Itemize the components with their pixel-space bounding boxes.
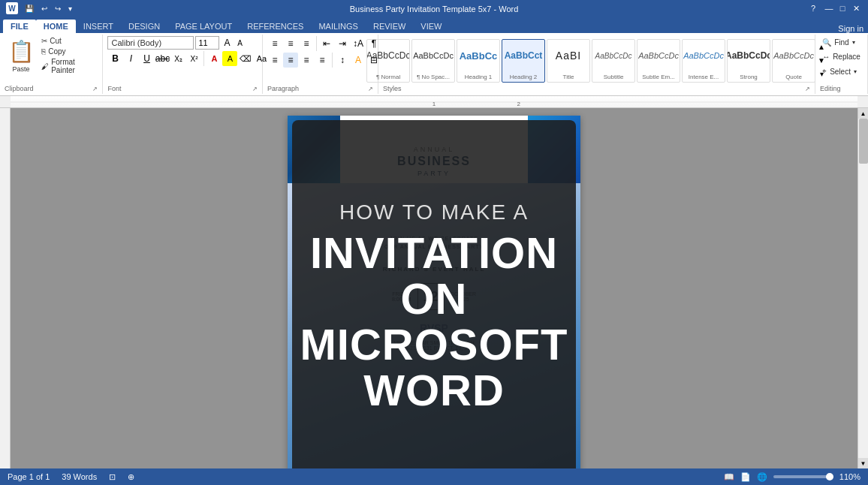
copy-button[interactable]: ⎘ Copy <box>39 47 98 56</box>
align-left-btn[interactable]: ≡ <box>267 53 282 68</box>
tab-home[interactable]: HOME <box>36 20 76 33</box>
ruler-left-side <box>0 96 11 107</box>
underline-button[interactable]: U <box>139 51 154 66</box>
scroll-track[interactable] <box>858 119 869 458</box>
horizontal-ruler: 1 2 <box>11 96 857 107</box>
clear-format-btn[interactable]: ⌫ <box>238 51 253 66</box>
style-no-spacing[interactable]: AaBbCcDc ¶ No Spac... <box>411 39 455 83</box>
format-painter-icon: 🖌 <box>41 62 49 71</box>
style-quote[interactable]: AaBbCcDc Quote <box>772 39 815 83</box>
customize-quick-btn[interactable]: ▾ <box>66 4 74 14</box>
paste-button[interactable]: 📋 Paste <box>5 36 38 76</box>
title-bar-left: W 💾 ↩ ↪ ▾ <box>6 2 74 14</box>
style-title[interactable]: AaBI Title <box>547 39 590 83</box>
clipboard-label-row: Clipboard ↗ <box>5 85 98 92</box>
align-center-btn[interactable]: ≡ <box>283 53 298 68</box>
shading-btn[interactable]: A <box>351 53 366 68</box>
find-button[interactable]: 🔍 Find ▾ <box>818 36 858 49</box>
undo-quick-btn[interactable]: ↩ <box>39 4 50 14</box>
highlight-btn[interactable]: A <box>222 51 237 66</box>
multilevel-btn[interactable]: ≡ <box>299 36 314 51</box>
numbering-btn[interactable]: ≡ <box>283 36 298 51</box>
clipboard-group: 📋 Paste ✂ Cut ⎘ Copy 🖌 Format Painter C <box>0 35 103 94</box>
text-color-btn[interactable]: A <box>206 51 222 66</box>
style-subtitle[interactable]: AaBbCcDc Subtitle <box>592 39 635 83</box>
select-icon: ⌖ <box>822 67 827 76</box>
bullets-btn[interactable]: ≡ <box>267 36 282 51</box>
editing-group: 🔍 Find ▾ ↔ Replace ⌖ Select ▾ Editing <box>815 35 868 94</box>
style-strong[interactable]: AaBbCcDc Strong <box>727 39 770 83</box>
scroll-thumb[interactable] <box>859 119 868 164</box>
zoom-level[interactable]: 110% <box>839 472 860 481</box>
tab-design[interactable]: DESIGN <box>121 20 167 33</box>
tutorial-overlay: HOW TO MAKE A INVITATION ON MICROSOFT WO… <box>292 120 576 468</box>
web-layout-btn[interactable]: 🌐 <box>757 472 767 482</box>
zoom-slider[interactable] <box>773 475 833 478</box>
align-right-btn[interactable]: ≡ <box>299 53 314 68</box>
strikethrough-button[interactable]: abc <box>155 51 170 66</box>
italic-button[interactable]: I <box>123 51 138 66</box>
copy-icon: ⎘ <box>41 47 46 56</box>
macro-icon[interactable]: ⊕ <box>128 472 134 482</box>
font-format-row: B I U abc X₂ X² A A ⌫ Aa <box>107 51 269 66</box>
ribbon-content: 📋 Paste ✂ Cut ⎘ Copy 🖌 Format Painter C <box>0 33 868 96</box>
clipboard-small-btns: ✂ Cut ⎘ Copy 🖌 Format Painter <box>39 36 98 75</box>
tab-insert[interactable]: INSERT <box>76 20 121 33</box>
overlay-subtitle: HOW TO MAKE A <box>339 200 529 224</box>
superscript-button[interactable]: X² <box>186 51 201 66</box>
word-app-icon: W <box>6 2 18 14</box>
font-shrink-btn[interactable]: A <box>234 37 246 49</box>
tab-file[interactable]: FILE <box>3 20 36 33</box>
sign-in-btn[interactable]: Sign in <box>838 24 863 33</box>
title-bar: W 💾 ↩ ↪ ▾ Business Party Invitation Temp… <box>0 0 868 17</box>
style-subtle-em[interactable]: AaBbCcDc Subtle Em... <box>637 39 680 83</box>
document-page: ANNUAL BUSINESS PARTY JOIN US AS WE CELE… <box>288 116 580 468</box>
clipboard-expand-btn[interactable]: ↗ <box>92 86 98 92</box>
cut-button[interactable]: ✂ Cut <box>39 36 98 46</box>
style-normal[interactable]: AaBbCcDc ¶ Normal <box>366 39 410 83</box>
bold-button[interactable]: B <box>107 51 122 66</box>
redo-quick-btn[interactable]: ↪ <box>53 4 63 14</box>
line-spacing-btn[interactable]: ↕ <box>335 53 350 68</box>
style-intense-em[interactable]: AaBbCcDc Intense E... <box>682 39 725 83</box>
tab-page-layout[interactable]: PAGE LAYOUT <box>167 20 240 33</box>
replace-icon: ↔ <box>822 53 830 61</box>
paragraph-expand-btn[interactable]: ↗ <box>368 86 373 92</box>
ruler-right-side <box>857 96 868 107</box>
close-btn[interactable]: ✕ <box>850 2 862 14</box>
tab-references[interactable]: REFERENCES <box>240 20 311 33</box>
font-expand-btn[interactable]: ↗ <box>252 86 258 92</box>
font-size-input[interactable] <box>195 36 219 50</box>
tab-view[interactable]: VIEW <box>413 20 449 33</box>
read-mode-btn[interactable]: 📖 <box>724 472 734 482</box>
increase-indent-btn[interactable]: ⇥ <box>335 36 350 51</box>
scroll-down-arrow[interactable]: ▼ <box>858 458 869 468</box>
maximize-btn[interactable]: □ <box>836 2 848 14</box>
decrease-indent-btn[interactable]: ⇤ <box>319 36 334 51</box>
tab-mailings[interactable]: MAILINGS <box>311 20 366 33</box>
justify-btn[interactable]: ≡ <box>315 53 330 68</box>
vertical-scrollbar[interactable]: ▲ ▼ <box>857 108 868 468</box>
save-quick-btn[interactable]: 💾 <box>23 4 36 14</box>
paragraph-group: ≡ ≡ ≡ ⇤ ⇥ ↕A ¶ ≡ ≡ ≡ ≡ ↕ A ⊟ Paragraph <box>263 35 378 94</box>
print-layout-btn[interactable]: 📄 <box>740 472 751 482</box>
tab-review[interactable]: REVIEW <box>366 20 413 33</box>
select-button[interactable]: ⌖ Select ▾ <box>818 65 860 78</box>
word-count: 39 Words <box>62 472 97 481</box>
sort-btn[interactable]: ↕A <box>351 36 366 51</box>
overlay-title: INVITATION ON MICROSOFT WORD <box>292 230 576 414</box>
style-heading2[interactable]: AaBbCct Heading 2 <box>502 39 545 83</box>
document-scroll-area[interactable]: ANNUAL BUSINESS PARTY JOIN US AS WE CELE… <box>11 108 857 468</box>
window-controls: ? — □ ✕ <box>811 2 862 14</box>
style-heading1[interactable]: AaBbCc Heading 1 <box>457 39 500 83</box>
font-name-input[interactable] <box>107 36 194 50</box>
subscript-button[interactable]: X₂ <box>170 51 185 66</box>
font-grow-btn[interactable]: A <box>221 37 233 49</box>
replace-button[interactable]: ↔ Replace <box>818 50 864 63</box>
minimize-btn[interactable]: — <box>823 2 835 14</box>
layout-icon[interactable]: ⊡ <box>109 472 116 482</box>
help-btn[interactable]: ? <box>811 4 815 13</box>
format-painter-button[interactable]: 🖌 Format Painter <box>39 57 98 75</box>
styles-expand-dialog-btn[interactable]: ↗ <box>805 86 810 92</box>
scroll-up-arrow[interactable]: ▲ <box>858 108 869 119</box>
